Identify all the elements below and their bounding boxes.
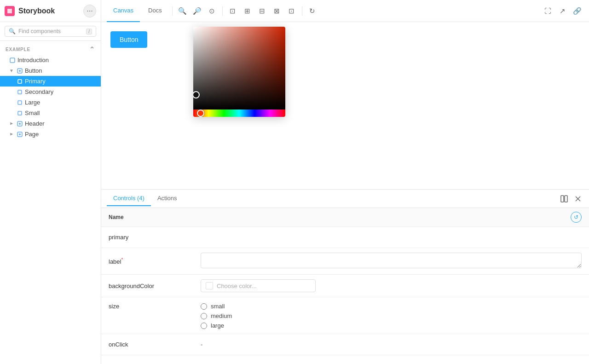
controls-header-name-label: Name xyxy=(109,214,124,220)
canvas-preview: Button xyxy=(101,22,589,189)
color-input-wrapper[interactable]: Choose color... xyxy=(201,279,316,292)
color-placeholder: Choose color... xyxy=(217,283,257,289)
search-input[interactable]: Find components xyxy=(18,28,83,35)
label-textarea[interactable] xyxy=(201,253,582,268)
image-button[interactable]: ⊡ xyxy=(226,5,239,17)
header-label: Header xyxy=(25,120,45,127)
docs-tab[interactable]: Docs xyxy=(142,0,168,22)
color-swatch xyxy=(206,282,213,289)
sidebar-item-introduction[interactable]: Introduction xyxy=(0,55,101,65)
header-expand-arrow: ▼ xyxy=(9,121,14,126)
svg-rect-6 xyxy=(18,111,22,115)
control-row-label: label* xyxy=(101,248,589,275)
sidebar-item-primary[interactable]: Primary xyxy=(0,76,101,87)
color-picker-overlay xyxy=(193,27,285,117)
canvas-area: Button Controls (4) Actions xyxy=(101,22,589,364)
button-label: Button xyxy=(25,67,42,74)
control-value-label[interactable] xyxy=(201,253,582,270)
svg-point-2 xyxy=(19,70,21,72)
radio-item-small[interactable]: small xyxy=(201,303,582,310)
svg-rect-3 xyxy=(18,80,22,83)
control-name-backgroundcolor: backgroundColor xyxy=(109,283,201,289)
introduction-icon xyxy=(9,57,16,64)
canvas-tab[interactable]: Canvas xyxy=(107,0,140,22)
section-label: EXAMPLE ⌃ xyxy=(0,44,101,55)
sidebar-item-large[interactable]: Large xyxy=(0,97,101,108)
control-row-primary: primary xyxy=(101,227,589,248)
primary-icon xyxy=(17,78,23,85)
panel-tabs-left: Controls (4) Actions xyxy=(107,191,184,206)
control-name-size: size xyxy=(109,303,201,310)
logo-icon xyxy=(5,6,15,16)
split-view-button[interactable] xyxy=(559,193,570,204)
open-new-button[interactable]: ↗ xyxy=(556,5,569,17)
radio-large[interactable] xyxy=(201,323,207,329)
radio-label-medium: medium xyxy=(211,312,232,319)
sidebar-item-secondary[interactable]: Secondary xyxy=(0,87,101,97)
toolbar-divider-2 xyxy=(222,6,223,16)
introduction-label: Introduction xyxy=(17,57,49,64)
svg-rect-12 xyxy=(565,196,567,202)
resize-button[interactable]: ⊠ xyxy=(271,5,283,17)
page-expand-arrow: ▼ xyxy=(9,132,14,137)
small-label: Small xyxy=(25,110,40,116)
sidebar-item-button[interactable]: ▼ Button xyxy=(0,65,101,76)
radio-item-medium[interactable]: medium xyxy=(201,312,582,319)
radio-item-large[interactable]: large xyxy=(201,322,582,329)
sidebar-item-small[interactable]: Small xyxy=(0,108,101,118)
svg-rect-0 xyxy=(10,58,15,63)
main-toolbar: Canvas Docs 🔍 🔎 ⊙ ⊡ ⊞ ⊟ ⊠ ⊡ ↻ xyxy=(101,0,541,22)
close-panel-button[interactable] xyxy=(572,193,583,204)
color-gradient[interactable] xyxy=(193,27,285,110)
toolbar-right: ⛶ ↗ 🔗 xyxy=(541,5,589,17)
svg-rect-5 xyxy=(18,101,22,104)
sidebar-item-page[interactable]: ▼ Page xyxy=(0,129,101,139)
search-box: 🔍 Find components / xyxy=(0,22,101,41)
radio-small[interactable] xyxy=(201,303,207,310)
toolbar-divider-3 xyxy=(302,6,302,16)
fullscreen-button[interactable]: ⛶ xyxy=(541,5,554,17)
control-row-backgroundcolor: backgroundColor Choose color... xyxy=(101,275,589,297)
svg-point-8 xyxy=(19,123,21,125)
page-label: Page xyxy=(25,131,39,138)
main-layout: 🔍 Find components / EXAMPLE ⌃ Introducti… xyxy=(0,22,589,364)
controls-tab[interactable]: Controls (4) xyxy=(107,191,151,206)
header-icon xyxy=(17,121,23,127)
layout-button[interactable]: ⊟ xyxy=(256,5,269,17)
hue-slider[interactable] xyxy=(193,110,285,117)
control-name-primary: primary xyxy=(109,234,201,241)
controls-table: Name ↺ primary label* xyxy=(101,208,589,364)
radio-group-size: small medium large xyxy=(201,303,582,329)
radio-label-small: small xyxy=(211,303,225,310)
svg-point-10 xyxy=(19,133,21,135)
menu-button[interactable]: ··· xyxy=(83,5,96,17)
control-row-onclick: onClick - xyxy=(101,334,589,355)
logo-area: Storybook xyxy=(5,6,55,16)
grid-button[interactable]: ⊞ xyxy=(241,5,254,17)
svg-rect-11 xyxy=(561,196,564,202)
preview-button[interactable]: Button xyxy=(110,31,147,48)
split-button[interactable]: ⊡ xyxy=(285,5,298,17)
actions-tab[interactable]: Actions xyxy=(151,191,184,206)
refresh-button[interactable]: ↻ xyxy=(306,5,319,17)
radio-medium[interactable] xyxy=(201,313,207,319)
control-name-onclick: onClick xyxy=(109,341,201,348)
control-value-size: small medium large xyxy=(201,303,582,329)
required-marker: * xyxy=(121,257,123,262)
onclick-value: - xyxy=(201,341,202,348)
top-bar: Storybook ··· Canvas Docs 🔍 🔎 ⊙ ⊡ ⊞ ⊟ ⊠ … xyxy=(0,0,589,22)
button-component-icon xyxy=(17,68,23,74)
zoom-out-button[interactable]: 🔎 xyxy=(191,5,204,17)
zoom-reset-button[interactable]: ⊙ xyxy=(206,5,219,17)
control-value-onclick: - xyxy=(201,341,582,348)
zoom-in-button[interactable]: 🔍 xyxy=(176,5,189,17)
large-label: Large xyxy=(25,99,40,106)
link-button[interactable]: 🔗 xyxy=(571,5,583,17)
page-icon xyxy=(17,131,23,138)
small-icon xyxy=(17,110,23,116)
sidebar-item-header[interactable]: ▼ Header xyxy=(0,118,101,129)
section-collapse[interactable]: ⌃ xyxy=(89,46,95,53)
hue-cursor xyxy=(197,110,204,117)
search-wrapper[interactable]: 🔍 Find components / xyxy=(5,26,96,37)
reset-button[interactable]: ↺ xyxy=(571,212,582,223)
